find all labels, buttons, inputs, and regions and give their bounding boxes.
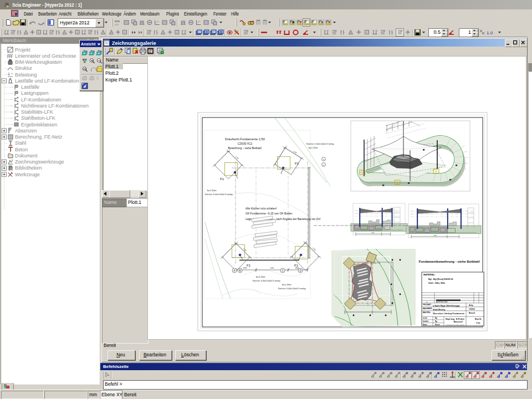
- svg-text:b=1.20m: b=1.20m: [256, 275, 265, 278]
- svg-text:Fundamentbewehrung - siehe Bei: Fundamentbewehrung - siehe Beiblatt!: [419, 260, 480, 263]
- svg-text:BIM-Werkzeugkasten: BIM-Werkzeugkasten: [15, 59, 62, 65]
- svg-text:z: z: [85, 50, 86, 53]
- svg-text:Köcher 0.4x0.04x0.5 mittig: Köcher 0.4x0.04x0.5 mittig: [205, 193, 233, 196]
- svg-text:Absenzen: Absenzen: [15, 128, 37, 134]
- svg-text:F1: F1: [295, 162, 299, 165]
- svg-text:LF-Kombinationen: LF-Kombinationen: [21, 97, 62, 103]
- svg-text:575: 575: [270, 267, 274, 269]
- svg-text:Beton: Beton: [15, 147, 28, 152]
- svg-text:UNTERSCHRIFT DES HERRN: UNTERSCHRIFT DES HERRN: [446, 324, 464, 326]
- svg-text:Blatt-Nr: Blatt-Nr: [475, 318, 482, 320]
- svg-text:350: 350: [295, 267, 299, 269]
- svg-text:Dokument: Dokument: [15, 153, 38, 158]
- svg-text:F1: F1: [220, 177, 224, 181]
- svg-text:anstb: anstb: [423, 317, 427, 319]
- svg-text:x: x: [323, 158, 324, 161]
- svg-text:Berechnung, FE-Netz: Berechnung, FE-Netz: [15, 134, 62, 140]
- svg-text:Köcher 0.4x0.04x0.5 mittig: Köcher 0.4x0.04x0.5 mittig: [253, 279, 280, 282]
- svg-text:Stadt Betling: Stadt Betling: [433, 309, 445, 311]
- svg-text:Stabilitäts-LFK: Stabilitäts-LFK: [21, 109, 53, 115]
- svg-text:Nichtlineare LF-Kombinationen: Nichtlineare LF-Kombinationen: [21, 103, 89, 109]
- svg-text:Bibliotheken: Bibliotheken: [15, 165, 42, 171]
- svg-text:Zeichnungswerkzeuge: Zeichnungswerkzeuge: [15, 159, 64, 165]
- svg-text:Draufsicht Fundamente 1:50: Draufsicht Fundamente 1:50: [225, 137, 265, 141]
- svg-text:F1: F1: [247, 264, 251, 267]
- svg-text:cm: cm: [115, 23, 119, 26]
- svg-text:1/2014: 1/2014: [469, 308, 474, 310]
- svg-text:C1a: C1a: [476, 321, 480, 324]
- svg-text:Name: Name: [423, 324, 427, 326]
- svg-text:z: z: [100, 50, 101, 53]
- svg-text:b=1.25m: b=1.25m: [309, 146, 318, 149]
- svg-text:Gedfnd: Gedfnd: [423, 320, 428, 323]
- svg-text:BAUTEIL:: BAUTEIL:: [423, 311, 431, 314]
- svg-text:Alle Köcher müs schalen!: Alle Köcher müs schalen!: [245, 207, 277, 210]
- svg-text:AUFSTELLUNG: AUFSTELLUNG: [436, 301, 447, 303]
- svg-text:1.0: 1.0: [487, 30, 493, 35]
- svg-text:Lastgruppen: Lastgruppen: [21, 90, 48, 96]
- svg-text:Lastfälle: Lastfälle: [21, 84, 39, 90]
- svg-text:OK Fundamente –0,15 von OK Bod: OK Fundamente –0,15 von OK Boden: [245, 212, 293, 215]
- svg-text:A: A: [233, 269, 235, 272]
- svg-text:a.Spdst.Rgge (Sdrehlwrggg): a.Spdst.Rgge (Sdrehlwrggg): [433, 305, 460, 307]
- svg-text:Anlg: Anlg: [469, 304, 473, 306]
- svg-text:Betech: Betech: [469, 312, 475, 314]
- svg-text:z: z: [93, 50, 94, 53]
- svg-text:Werkzeuge: Werkzeuge: [15, 172, 40, 177]
- svg-text:Struktur: Struktur: [15, 65, 32, 71]
- svg-text:Bg: Bg: [435, 320, 437, 323]
- svg-text:xxx: xxx: [371, 232, 374, 234]
- svg-text:Ergebnisklassen: Ergebnisklassen: [21, 122, 57, 127]
- svg-text:Belastung: Belastung: [15, 72, 37, 78]
- svg-text:a: a: [426, 301, 427, 303]
- svg-text:PROJEKT :: PROJEKT :: [423, 304, 432, 306]
- svg-text:Datum: Datum: [435, 324, 440, 326]
- svg-text:c: c: [323, 163, 324, 166]
- svg-text:Überseben, fehsbng Fundamente: Überseben, fehsbng Fundamente: [433, 312, 464, 315]
- svg-text:Bewehrung – siehe Beiblatt!: Bewehrung – siehe Beiblatt!: [228, 147, 262, 150]
- svg-text:Köcher 0.4x0.04x0.5 mittig: Köcher 0.4x0.04x0.5 mittig: [306, 142, 334, 145]
- svg-text:Stahl: Stahl: [15, 140, 26, 146]
- svg-text:xxx: xxx: [434, 234, 437, 237]
- svg-text:Linienraster und Geschosse: Linienraster und Geschosse: [15, 53, 76, 59]
- svg-text:Lastfälle und LF-Kombinationen: Lastfälle und LF-Kombinationen: [15, 78, 84, 84]
- svg-text:Stahl : 500a, 550a: Stahl : 500a, 550a: [428, 282, 446, 284]
- svg-text:B: B: [239, 269, 241, 272]
- svg-text:Bietum7: Bietum7: [454, 320, 463, 323]
- svg-text:C25/30 XC2: C25/30 XC2: [238, 142, 253, 145]
- svg-text:Stahlbeton-LFK: Stahlbeton-LFK: [21, 115, 55, 121]
- svg-text:Köcher 0.4x0.04x0.5 mittig: Köcher 0.4x0.04x0.5 mittig: [278, 287, 306, 290]
- svg-text:b=1.50m: b=1.50m: [207, 189, 217, 192]
- svg-text:Bgl : Bgl (Rund) 500/55-50: Bgl : Bgl (Rund) 500/55-50: [428, 278, 453, 280]
- svg-text:b=1.20m: b=1.20m: [282, 283, 291, 286]
- svg-text:Bg: Bg: [435, 317, 437, 319]
- svg-text:MATERIAL:: MATERIAL:: [423, 273, 436, 276]
- svg-text:BAUHERR:: BAUHERR:: [423, 308, 432, 310]
- svg-text:Projekt: Projekt: [15, 47, 30, 53]
- svg-text:370: 370: [243, 267, 247, 269]
